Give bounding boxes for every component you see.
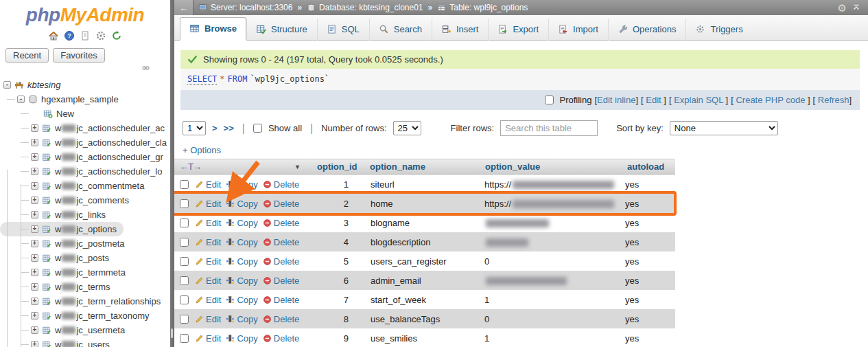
edit-link[interactable]: Edit bbox=[195, 237, 221, 247]
filter-rows-input[interactable] bbox=[500, 120, 598, 136]
column-header-option-id[interactable]: option_id bbox=[305, 161, 360, 172]
tab[interactable]: Import bbox=[548, 18, 608, 41]
tree-database-item[interactable]: - hgexample_sample bbox=[0, 92, 126, 107]
breadcrumb-table[interactable]: Table: wpl9jc_options bbox=[437, 3, 528, 12]
tree-table-item[interactable]: + wjc_posts bbox=[0, 251, 116, 265]
expand-expander-icon[interactable]: + bbox=[31, 153, 38, 161]
copy-link[interactable]: Copy bbox=[226, 333, 257, 344]
number-of-rows-select[interactable]: 25 bbox=[393, 121, 421, 135]
delete-link[interactable]: Delete bbox=[263, 199, 300, 209]
link-icon[interactable] bbox=[141, 64, 151, 72]
delete-link[interactable]: Delete bbox=[263, 314, 300, 324]
tab[interactable]: SQL bbox=[317, 18, 369, 41]
tree-table-item[interactable]: + wjc_actionscheduler_gr bbox=[0, 150, 170, 164]
tab[interactable]: Triggers bbox=[685, 18, 752, 41]
delete-link[interactable]: Delete bbox=[263, 256, 300, 267]
edit-link[interactable]: Edit bbox=[195, 314, 221, 324]
tree-table-item[interactable]: + wjc_term_relationships bbox=[0, 294, 167, 309]
tree-table-item[interactable]: + wjc_commentmeta bbox=[0, 179, 151, 193]
sort-arrows-icon[interactable]: ←T→ bbox=[180, 161, 201, 172]
row-checkbox[interactable] bbox=[180, 238, 189, 247]
delete-link[interactable]: Delete bbox=[263, 237, 300, 247]
console-collapse-icon[interactable] bbox=[852, 3, 861, 12]
sidebar-action-icon[interactable] bbox=[111, 30, 122, 41]
row-checkbox[interactable] bbox=[180, 295, 189, 304]
copy-link[interactable]: Copy bbox=[226, 199, 257, 209]
edit-link[interactable]: Edit bbox=[195, 256, 221, 267]
sidebar-action-icon[interactable] bbox=[80, 30, 91, 41]
tree-server-item[interactable]: - kbtesing bbox=[0, 78, 67, 92]
tree-table-item[interactable]: + wjc_actionscheduler_cla bbox=[0, 135, 170, 150]
show-all-checkbox[interactable] bbox=[253, 124, 262, 133]
sidebar-action-icon[interactable] bbox=[95, 30, 106, 41]
copy-link[interactable]: Copy bbox=[226, 314, 257, 324]
column-header-option-name[interactable]: option_name bbox=[360, 161, 475, 172]
tab[interactable]: Export bbox=[488, 18, 548, 41]
profiling-checkbox[interactable] bbox=[545, 96, 554, 104]
sidebar-action-icon[interactable] bbox=[48, 30, 59, 41]
copy-link[interactable]: Copy bbox=[226, 295, 257, 305]
row-checkbox[interactable] bbox=[180, 276, 189, 285]
expand-expander-icon[interactable]: + bbox=[31, 139, 38, 146]
last-page-link[interactable]: >> bbox=[224, 123, 234, 133]
expand-expander-icon[interactable]: + bbox=[31, 298, 38, 305]
tree-table-item[interactable]: + wjc_actionscheduler_ac bbox=[0, 121, 170, 135]
page-select[interactable]: 1 bbox=[183, 121, 206, 135]
edit-link[interactable]: Edit bbox=[195, 199, 221, 209]
breadcrumb-database[interactable]: Database: kbtesing_clone01 bbox=[307, 3, 423, 12]
tree-table-item[interactable]: + wjc_postmeta bbox=[0, 236, 131, 251]
row-checkbox[interactable] bbox=[180, 334, 189, 343]
next-page-link[interactable]: > bbox=[212, 123, 218, 133]
edit-link[interactable]: Edit bbox=[195, 295, 221, 305]
copy-link[interactable]: Copy bbox=[226, 276, 257, 286]
phpmyadmin-logo[interactable]: phpMyAdmin bbox=[0, 5, 170, 25]
tree-table-item[interactable]: + wjc_links bbox=[0, 208, 113, 222]
breadcrumb-server[interactable]: Server: localhost:3306 bbox=[198, 3, 292, 12]
sidebar-action-icon[interactable] bbox=[64, 30, 75, 41]
tree-table-item[interactable]: + wjc_actionscheduler_lo bbox=[0, 164, 169, 179]
tree-table-item[interactable]: + wjc_term_taxonomy bbox=[0, 309, 156, 323]
column-header-option-value[interactable]: option_value bbox=[475, 161, 617, 172]
page-settings-gear-icon[interactable]: ⚙ bbox=[838, 3, 847, 13]
tab[interactable]: Structure bbox=[246, 18, 317, 41]
column-header-autoload[interactable]: autoload bbox=[617, 161, 675, 172]
delete-link[interactable]: Delete bbox=[263, 218, 300, 228]
nav-collapse-button[interactable]: ← bbox=[174, 0, 193, 15]
tree-table-item[interactable]: + wjc_terms bbox=[0, 280, 117, 294]
sort-by-key-select[interactable]: None bbox=[670, 121, 778, 135]
tab[interactable]: Insert bbox=[432, 18, 489, 41]
expand-expander-icon[interactable]: + bbox=[31, 254, 38, 262]
tab[interactable]: Operations bbox=[608, 18, 686, 41]
delete-link[interactable]: Delete bbox=[263, 333, 300, 344]
favorites-button[interactable]: Favorites bbox=[53, 48, 104, 63]
expand-expander-icon[interactable]: + bbox=[31, 240, 38, 247]
expand-expander-icon[interactable]: + bbox=[31, 269, 38, 276]
expand-expander-icon[interactable]: + bbox=[31, 283, 38, 291]
column-dropdown-icon[interactable]: ▼ bbox=[294, 164, 301, 170]
expand-expander-icon[interactable]: + bbox=[31, 168, 38, 175]
tree-table-item[interactable]: + wjc_users bbox=[0, 337, 117, 347]
expand-expander-icon[interactable]: + bbox=[31, 211, 38, 219]
edit-link[interactable]: Edit bbox=[195, 218, 221, 228]
tree-table-item[interactable]: + wjc_options bbox=[0, 222, 124, 236]
row-checkbox[interactable] bbox=[180, 219, 189, 227]
expand-expander-icon[interactable]: + bbox=[31, 225, 38, 233]
tree-table-item[interactable]: + wjc_usermeta bbox=[0, 323, 132, 337]
row-checkbox[interactable] bbox=[180, 199, 189, 208]
delete-link[interactable]: Delete bbox=[263, 295, 300, 305]
copy-link[interactable]: Copy bbox=[226, 179, 257, 190]
copy-link[interactable]: Copy bbox=[226, 256, 257, 267]
edit-link[interactable]: Edit bbox=[195, 276, 221, 286]
expand-expander-icon[interactable]: + bbox=[31, 341, 38, 347]
recent-button[interactable]: Recent bbox=[5, 48, 49, 63]
expand-expander-icon[interactable]: + bbox=[31, 124, 38, 132]
collapse-expander-icon[interactable]: - bbox=[3, 81, 11, 89]
tab[interactable]: Search bbox=[369, 18, 432, 41]
row-checkbox[interactable] bbox=[180, 180, 189, 189]
copy-link[interactable]: Copy bbox=[226, 218, 257, 228]
delete-link[interactable]: Delete bbox=[263, 276, 300, 286]
tab[interactable]: Browse bbox=[180, 17, 246, 41]
tree-new-table-item[interactable]: New bbox=[0, 107, 81, 121]
delete-link[interactable]: Delete bbox=[263, 179, 300, 190]
copy-link[interactable]: Copy bbox=[226, 237, 257, 247]
